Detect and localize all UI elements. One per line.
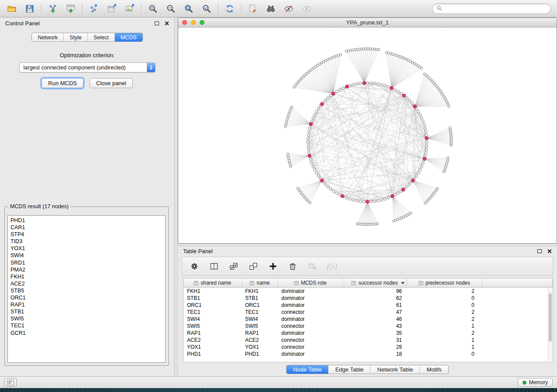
tab-network[interactable]: Network bbox=[32, 33, 63, 41]
cell-successor-nodes[interactable]: 35 bbox=[343, 330, 407, 337]
trash-icon[interactable] bbox=[287, 261, 298, 272]
result-node-item[interactable]: FKH1 bbox=[10, 273, 165, 280]
table-scrollbar[interactable] bbox=[548, 288, 552, 361]
table-row[interactable]: SWI5SWI5connector431 bbox=[183, 323, 553, 330]
refresh-icon[interactable] bbox=[222, 2, 237, 15]
cell-name[interactable]: YOX1 bbox=[242, 344, 278, 351]
tab-edge-table[interactable]: Edge Table bbox=[328, 365, 370, 374]
cell-mcds-role[interactable]: dominator bbox=[278, 302, 343, 309]
column-header-name[interactable]: name bbox=[242, 279, 278, 288]
float-table-panel-icon[interactable] bbox=[537, 249, 542, 253]
zoom-selected-icon[interactable] bbox=[199, 2, 214, 15]
cell-name[interactable]: SWI4 bbox=[242, 316, 278, 323]
hide-icon[interactable] bbox=[281, 2, 296, 15]
column-header-shared-name[interactable]: shared name bbox=[183, 279, 242, 288]
table-row[interactable]: RAP1RAP1dominator352 bbox=[183, 330, 553, 337]
cell-predecessor-nodes[interactable]: 2 bbox=[407, 330, 482, 337]
criterion-dropdown[interactable]: largest connected component (undirected) bbox=[19, 62, 156, 72]
cell-predecessor-nodes[interactable]: 1 bbox=[407, 323, 482, 330]
cell-successor-nodes[interactable]: 61 bbox=[343, 302, 407, 309]
close-table-panel-icon[interactable] bbox=[547, 249, 552, 254]
result-node-item[interactable]: SRD1 bbox=[10, 259, 165, 266]
import-network-icon[interactable] bbox=[45, 2, 60, 15]
result-node-item[interactable]: STP4 bbox=[10, 231, 165, 238]
cell-predecessor-nodes[interactable]: 1 bbox=[407, 344, 482, 351]
tab-node-table[interactable]: Node Table bbox=[287, 365, 329, 374]
zoom-out-icon[interactable] bbox=[163, 2, 178, 15]
table-row[interactable]: FKH1FKH1dominator962 bbox=[183, 288, 553, 295]
maximize-window-button[interactable] bbox=[200, 20, 204, 25]
column-header-successor-nodes[interactable]: successor nodes bbox=[343, 279, 407, 288]
search-input[interactable] bbox=[445, 4, 547, 13]
cell-predecessor-nodes[interactable]: 1 bbox=[407, 337, 482, 344]
mcds-result-list[interactable]: PHD1CAR1STP4TID3YOX1SWI4SRD1PMA2FKH1ACE2… bbox=[7, 215, 166, 363]
cell-name[interactable]: ACE2 bbox=[242, 337, 278, 344]
cell-successor-nodes[interactable]: 31 bbox=[343, 337, 407, 344]
result-node-item[interactable]: PHD1 bbox=[10, 217, 165, 224]
cell-shared-name[interactable]: SWI5 bbox=[183, 323, 242, 330]
table-row[interactable]: STB1STB1dominator620 bbox=[183, 295, 553, 302]
export-network-icon[interactable] bbox=[86, 2, 101, 15]
cell-successor-nodes[interactable]: 18 bbox=[343, 351, 407, 358]
cell-mcds-role[interactable]: dominator bbox=[278, 316, 343, 323]
vertical-splitter[interactable] bbox=[175, 17, 178, 376]
memory-button[interactable]: Memory bbox=[518, 378, 553, 387]
result-node-item[interactable]: GCR1 bbox=[10, 330, 165, 337]
cell-shared-name[interactable]: YOX1 bbox=[183, 344, 242, 351]
search-box[interactable] bbox=[432, 3, 551, 14]
result-node-item[interactable]: ACE2 bbox=[10, 280, 165, 287]
cell-shared-name[interactable]: ORC1 bbox=[183, 302, 242, 309]
cell-successor-nodes[interactable]: 29 bbox=[343, 344, 407, 351]
cell-predecessor-nodes[interactable]: 0 bbox=[407, 302, 482, 309]
zoom-fit-icon[interactable] bbox=[181, 2, 196, 15]
tab-select[interactable]: Select bbox=[87, 33, 114, 41]
table-row[interactable]: ORC1ORC1dominator610 bbox=[183, 302, 553, 309]
column-header-predecessor-nodes[interactable]: predecessor nodes bbox=[407, 279, 482, 288]
cell-name[interactable]: TEC1 bbox=[242, 309, 278, 316]
cell-successor-nodes[interactable]: 96 bbox=[343, 288, 407, 295]
close-mcds-panel-button[interactable]: Close panel bbox=[90, 78, 133, 88]
cell-shared-name[interactable]: TEC1 bbox=[183, 309, 242, 316]
sort-dropdown-icon[interactable] bbox=[401, 282, 405, 284]
tab-mcds[interactable]: MCDS bbox=[114, 33, 142, 41]
cell-mcds-role[interactable]: connector bbox=[278, 337, 343, 344]
cell-successor-nodes[interactable]: 46 bbox=[343, 316, 407, 323]
cell-name[interactable]: STB1 bbox=[242, 295, 278, 302]
table-row[interactable]: SWI4SWI4dominator462 bbox=[183, 316, 553, 323]
column-header-mcds-role[interactable]: MCDS role bbox=[278, 279, 343, 288]
result-node-item[interactable]: STB1 bbox=[10, 308, 165, 315]
minimize-window-button[interactable] bbox=[191, 20, 196, 25]
cell-predecessor-nodes[interactable]: 2 bbox=[407, 309, 482, 316]
gear-icon[interactable] bbox=[189, 261, 200, 272]
cell-mcds-role[interactable]: dominator bbox=[278, 288, 343, 295]
cell-mcds-role[interactable]: connector bbox=[278, 344, 343, 351]
export-table-icon[interactable] bbox=[104, 2, 119, 15]
cell-name[interactable]: FKH1 bbox=[242, 288, 278, 295]
result-node-item[interactable]: YOX1 bbox=[10, 245, 165, 252]
cell-shared-name[interactable]: ACE2 bbox=[183, 337, 242, 344]
tab-motifs[interactable]: Motifs bbox=[419, 365, 448, 374]
result-node-item[interactable]: SWI5 bbox=[10, 315, 165, 322]
cell-shared-name[interactable]: PHD1 bbox=[183, 351, 242, 358]
table-row[interactable]: TEC1TEC1connector472 bbox=[183, 309, 553, 316]
cell-predecessor-nodes[interactable]: 2 bbox=[407, 288, 482, 295]
result-node-item[interactable]: TID3 bbox=[10, 238, 165, 245]
network-canvas[interactable] bbox=[178, 28, 557, 243]
tab-style[interactable]: Style bbox=[63, 33, 87, 41]
result-node-item[interactable]: STB5 bbox=[10, 287, 165, 294]
cell-predecessor-nodes[interactable]: 0 bbox=[407, 351, 482, 358]
zoom-in-icon[interactable] bbox=[145, 2, 160, 15]
add-icon[interactable] bbox=[267, 261, 279, 272]
close-panel-icon[interactable] bbox=[164, 21, 169, 26]
cell-shared-name[interactable]: FKH1 bbox=[183, 288, 242, 295]
unselect-rows-icon[interactable] bbox=[248, 261, 259, 272]
table-row[interactable]: PHD1PHD1dominator180 bbox=[183, 351, 553, 358]
cell-mcds-role[interactable]: dominator bbox=[278, 351, 343, 358]
cell-name[interactable]: RAP1 bbox=[242, 330, 278, 337]
cell-successor-nodes[interactable]: 62 bbox=[343, 295, 407, 302]
find-icon[interactable] bbox=[263, 2, 278, 15]
scrollbar-thumb[interactable] bbox=[549, 293, 552, 342]
cell-mcds-role[interactable]: dominator bbox=[278, 295, 343, 302]
table-row[interactable]: YOX1YOX1connector291 bbox=[183, 344, 553, 351]
result-node-item[interactable]: CAR1 bbox=[10, 224, 165, 231]
